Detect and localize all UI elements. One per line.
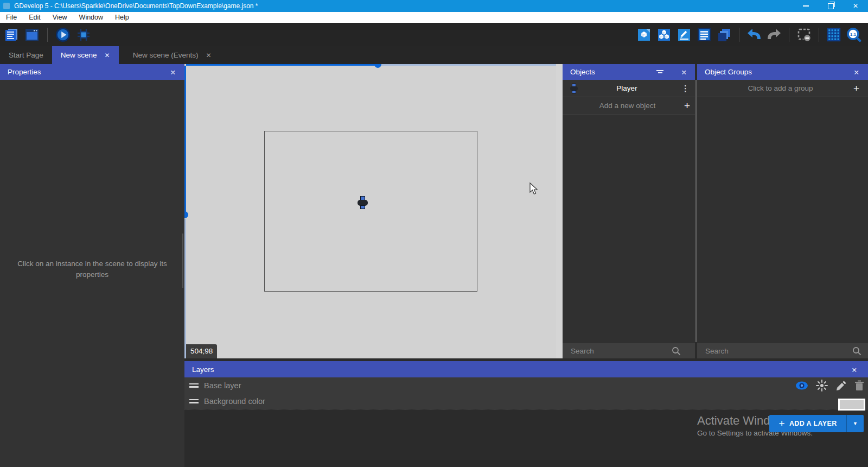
svg-text:1:1: 1:1 (850, 31, 856, 36)
menu-file[interactable]: File (0, 12, 23, 23)
objects-header: Objects ✕ (563, 64, 695, 80)
close-icon[interactable]: ✕ (681, 68, 687, 77)
visibility-eye-icon[interactable] (795, 381, 809, 390)
mouse-cursor (529, 182, 539, 195)
close-icon[interactable]: ✕ (206, 52, 211, 59)
toolbar-separator (47, 28, 48, 42)
tab-label: Start Page (9, 51, 43, 59)
tab-new-scene[interactable]: New scene ✕ (52, 46, 119, 64)
effects-icon[interactable] (816, 380, 828, 392)
layers-panel: Layers ✕ Base layer (184, 359, 868, 467)
object-groups-header: Object Groups ✕ (697, 64, 868, 80)
scene-properties-icon[interactable] (697, 27, 712, 42)
object-groups-icon[interactable] (656, 27, 672, 42)
window-mask-icon[interactable] (796, 27, 812, 42)
layer-row-base[interactable]: Base layer (184, 377, 868, 394)
properties-header: Properties ✕ (0, 64, 184, 80)
gdevelop-window: GDevelop 5 - C:\Users\Sparkle\OneDrive\D… (0, 0, 868, 467)
restore-icon (828, 3, 834, 9)
menu-view[interactable]: View (47, 12, 73, 23)
object-item-player[interactable]: Player ⋮ (563, 80, 695, 97)
toolbar-left (0, 27, 91, 42)
canvas-vscroll-thumb[interactable] (184, 211, 188, 218)
search-placeholder: Search (563, 347, 672, 355)
object-name: Player (578, 84, 676, 92)
menu-window[interactable]: Window (73, 12, 109, 23)
canvas-vscrollbar[interactable] (184, 66, 186, 212)
add-object-row[interactable]: Add a new object + (563, 97, 695, 115)
search-placeholder: Search (697, 347, 852, 355)
scene-editor-icon[interactable] (24, 27, 40, 42)
edit-pencil-icon[interactable] (835, 380, 847, 392)
close-icon[interactable]: ✕ (105, 52, 110, 59)
player-instance[interactable] (358, 196, 368, 209)
titlebar: GDevelop 5 - C:\Users\Sparkle\OneDrive\D… (0, 0, 868, 12)
scene-canvas[interactable]: 504;98 (184, 64, 556, 358)
tab-label: New scene (Events) (133, 51, 199, 59)
menu-edit[interactable]: Edit (23, 12, 47, 23)
panel-title: Properties (0, 68, 41, 76)
tab-new-scene-events[interactable]: New scene (Events) ✕ (124, 46, 220, 64)
add-layer-main[interactable]: + ADD A LAYER (769, 418, 846, 430)
tab-start-page[interactable]: Start Page (0, 46, 52, 64)
add-layer-label: ADD A LAYER (789, 420, 837, 427)
toolbar-separator (789, 28, 789, 42)
canvas-vscrollbar-track[interactable] (184, 219, 186, 358)
background-color-swatch[interactable] (838, 399, 865, 411)
search-icon (672, 346, 681, 356)
groups-search[interactable]: Search (697, 343, 868, 358)
layers-toolbar-icon[interactable] (717, 27, 732, 42)
properties-hint: Click on an instance in the scene to dis… (11, 258, 174, 280)
dropdown-arrow-icon[interactable]: ▼ (847, 421, 864, 426)
add-group-row[interactable]: Click to add a group + (697, 80, 868, 97)
window-title: GDevelop 5 - C:\Users\Sparkle\OneDrive\D… (14, 2, 258, 10)
zoom-original-icon[interactable]: 1:1 (846, 27, 861, 42)
toolbar-right: 1:1 (636, 23, 861, 46)
grid-icon[interactable] (826, 27, 841, 42)
restore-button[interactable] (818, 0, 843, 12)
objects-panel: Objects ✕ Player ⋮ Add a new object + Se… (563, 64, 695, 358)
layers-header: Layers ✕ (184, 361, 868, 377)
app-logo-icon (3, 3, 10, 9)
object-menu-icon[interactable]: ⋮ (676, 84, 695, 93)
player-sprite-feet (360, 205, 365, 209)
drag-handle-icon[interactable] (189, 382, 199, 389)
plus-icon[interactable]: + (679, 100, 695, 111)
filter-icon[interactable] (656, 69, 663, 74)
close-icon[interactable]: ✕ (852, 366, 857, 374)
undo-icon[interactable] (746, 27, 762, 42)
search-icon (852, 346, 861, 356)
objects-scrollbar[interactable] (695, 80, 697, 342)
close-icon[interactable]: ✕ (854, 68, 859, 77)
add-object-label: Add a new object (563, 102, 679, 110)
canvas-hscrollbar-track[interactable] (381, 64, 556, 66)
layer-row-background[interactable]: Background color (184, 393, 868, 409)
project-manager-icon[interactable] (4, 27, 19, 42)
minimize-button[interactable] (793, 0, 818, 12)
panel-title: Layers (184, 365, 214, 374)
edit-scene-icon[interactable] (676, 27, 692, 42)
canvas-hscroll-thumb[interactable] (374, 64, 381, 68)
close-icon[interactable]: ✕ (170, 68, 176, 77)
add-group-label: Click to add a group (697, 84, 848, 92)
panel-title: Object Groups (697, 68, 752, 76)
debug-icon[interactable] (76, 27, 91, 42)
properties-scrollbar[interactable] (182, 234, 183, 288)
redo-icon[interactable] (767, 27, 782, 42)
play-preview-icon[interactable] (55, 27, 71, 42)
layer-name: Background color (204, 397, 265, 406)
menu-help[interactable]: Help (109, 12, 135, 23)
canvas-hscrollbar[interactable] (186, 64, 375, 66)
drag-handle-icon[interactable] (189, 397, 199, 405)
toolbar-separator (819, 28, 819, 42)
delete-trash-icon[interactable] (854, 380, 865, 392)
add-object-icon[interactable] (636, 27, 652, 42)
layer-name: Base layer (204, 381, 241, 390)
close-button[interactable]: ✕ (843, 0, 868, 12)
objects-search[interactable]: Search (563, 343, 695, 358)
panel-splitter[interactable] (556, 64, 563, 358)
toolbar-separator (739, 28, 739, 42)
tab-bar: Start Page New scene ✕ New scene (Events… (0, 46, 868, 64)
add-layer-button[interactable]: + ADD A LAYER ▼ (769, 415, 864, 432)
plus-icon[interactable]: + (848, 83, 868, 93)
